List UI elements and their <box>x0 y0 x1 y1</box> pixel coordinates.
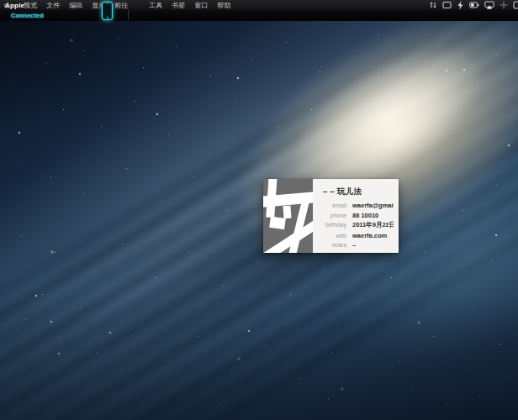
contact-row-phone: phone 86 10010 <box>313 212 394 219</box>
field-value-email[interactable]: waerfa@gmail.co <box>352 202 394 209</box>
contact-avatar <box>263 179 313 253</box>
contact-row-notes: notes – <box>313 241 394 249</box>
avatar-stroke <box>269 217 286 229</box>
crosshair-icon[interactable] <box>500 1 508 9</box>
clipped-edge-icon[interactable] <box>513 1 518 9</box>
app-toolbar: Connected <box>0 10 518 21</box>
contact-info: – – 玩儿法 email waerfa@gmail.co phone 86 1… <box>313 179 399 253</box>
battery-icon[interactable] <box>469 1 479 9</box>
menu-item-window[interactable]: 窗口 <box>194 1 208 10</box>
menu-status-icons <box>429 0 518 10</box>
field-label-birthday: birthday <box>313 222 346 228</box>
phone-speaker-detail <box>106 3 109 4</box>
connection-status-label: Connected <box>11 12 44 19</box>
menu-item-go[interactable]: 前往 <box>114 1 128 10</box>
galaxy-dust-lanes <box>0 0 518 420</box>
menu-item-bookmarks[interactable]: 书签 <box>172 1 185 10</box>
sync-icon[interactable] <box>429 1 437 9</box>
menu-item-tools[interactable]: 工具 <box>149 1 162 10</box>
airplay-icon[interactable] <box>484 1 494 9</box>
galaxy-band-glow <box>0 0 518 420</box>
phone-home-button-detail <box>107 17 108 18</box>
field-label-phone: phone <box>313 213 346 218</box>
contact-card: – – 玩儿法 email waerfa@gmail.co phone 86 1… <box>263 179 399 253</box>
menu-items: Apple 预览 文件 编辑 显示 前往 工具 书签 窗口 帮助 <box>0 1 230 10</box>
field-label-email: email <box>313 202 346 208</box>
iphone-device-icon[interactable] <box>102 2 113 20</box>
contact-row-email: email waerfa@gmail.co <box>313 202 394 209</box>
desktop-wallpaper <box>0 0 518 420</box>
menu-item-help[interactable]: 帮助 <box>217 1 230 10</box>
vignette-overlay <box>0 0 518 420</box>
contact-row-birthday: birthday 2011年9月22日 <box>313 221 394 229</box>
field-value-notes: – <box>352 241 394 249</box>
galaxy-core-glow <box>194 0 518 308</box>
field-label-notes: notes <box>313 242 346 248</box>
charging-bolt-icon[interactable] <box>457 1 464 10</box>
menu-item-preview[interactable]: 预览 <box>24 1 37 10</box>
apple-menu[interactable]: Apple 预览 <box>3 1 37 10</box>
menu-bar: Apple 预览 文件 编辑 显示 前往 工具 书签 窗口 帮助 <box>0 0 518 10</box>
field-value-birthday: 2011年9月22日 <box>352 221 394 229</box>
contact-row-web: web waerfa.com <box>313 232 394 239</box>
menu-item-file[interactable]: 文件 <box>46 1 60 10</box>
menu-item-edit[interactable]: 编辑 <box>69 1 82 10</box>
apple-logo-icon <box>3 2 10 9</box>
field-label-web: web <box>313 233 346 239</box>
field-value-phone: 86 10010 <box>352 212 394 219</box>
frame-icon[interactable] <box>442 1 452 9</box>
contact-name: – – 玩儿法 <box>323 186 394 197</box>
field-value-web[interactable]: waerfa.com <box>352 232 394 239</box>
avatar-stroke <box>283 205 291 218</box>
